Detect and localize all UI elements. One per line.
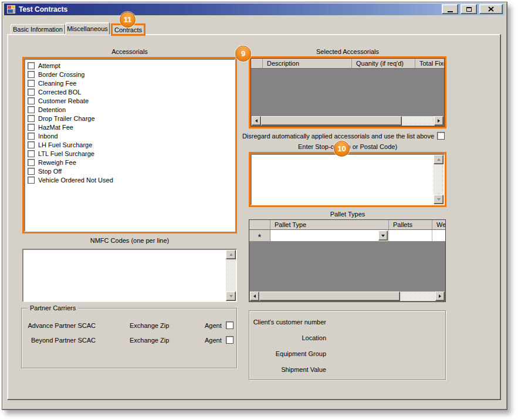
checkbox[interactable] — [28, 97, 35, 104]
horizontal-scrollbar[interactable] — [250, 292, 445, 301]
scrollbar-thumb[interactable] — [261, 116, 402, 126]
column-header-pallet-type[interactable]: Pallet Type — [270, 220, 389, 229]
scrollbar-track[interactable] — [400, 292, 435, 301]
accessorials-checklist[interactable]: Attempt Border Crossing Cleaning Fee Cor… — [24, 59, 235, 232]
checkbox[interactable] — [28, 168, 35, 175]
list-item[interactable]: Drop Trailer Charge — [25, 114, 235, 123]
tab-basic-information[interactable]: Basic Information — [11, 24, 65, 34]
list-item[interactable]: HazMat Fee — [25, 123, 235, 131]
scrollbar-track[interactable] — [226, 259, 236, 292]
checkbox[interactable] — [28, 150, 35, 157]
exchange-zip-label-1: Exchange Zip — [130, 322, 169, 329]
weight-cell[interactable] — [432, 230, 445, 241]
agent-checkbox-2[interactable] — [226, 336, 233, 344]
annotation-circle-9: 9 — [235, 46, 251, 62]
accessorials-label: Accessorials — [22, 48, 237, 55]
maximize-button[interactable] — [461, 4, 477, 14]
list-item[interactable]: LTL Fuel Surcharge — [25, 149, 235, 158]
list-item[interactable]: LH Fuel Surcharge — [25, 140, 235, 149]
scroll-right-button[interactable] — [434, 116, 443, 126]
screenshot-canvas: Test Contracts Basic Information Miscell… — [0, 0, 518, 420]
list-item[interactable]: Vehicle Ordered Not Used — [25, 175, 235, 184]
pallet-type-dropdown-button[interactable] — [378, 231, 388, 241]
horizontal-scrollbar[interactable] — [252, 116, 443, 126]
scroll-down-button[interactable] — [434, 195, 443, 204]
pallet-types-grid: Pallet Type Pallets We * — [249, 219, 446, 302]
list-item-label: Customer Rebate — [38, 97, 89, 104]
list-item[interactable]: Corrected BOL — [25, 87, 235, 96]
nmfc-textarea[interactable] — [22, 249, 237, 302]
disregard-label: Disregard automatically applied accessor… — [242, 133, 434, 140]
column-header-quantity[interactable]: Quanity (if req'd) — [352, 59, 415, 68]
annotation-box-stopoff — [249, 152, 446, 207]
stopoff-textarea[interactable] — [250, 154, 445, 205]
pallet-type-cell[interactable] — [270, 230, 389, 241]
beyond-partner-scac-label: Beyond Partner SCAC — [18, 337, 96, 344]
list-item[interactable]: Detention — [25, 105, 235, 114]
app-icon — [6, 5, 16, 14]
customer-number-label: Client's customer number — [249, 319, 326, 326]
tab-miscellaneous[interactable]: Miscellaneous — [65, 22, 110, 35]
close-button[interactable] — [479, 4, 503, 14]
scroll-left-icon — [253, 294, 256, 298]
agent-checkbox-1[interactable] — [226, 321, 233, 329]
column-header-pallets[interactable]: Pallets — [389, 220, 432, 229]
scroll-left-icon — [255, 119, 258, 123]
scroll-right-button[interactable] — [435, 292, 445, 301]
shipment-value-label: Shipment Value — [249, 366, 326, 373]
checkbox[interactable] — [28, 80, 35, 87]
new-row: * — [249, 230, 445, 242]
equipment-group-label: Equipment Group — [249, 350, 326, 357]
new-row-marker: * — [258, 232, 262, 242]
list-item-label: Drop Trailer Charge — [38, 115, 95, 122]
pallet-types-label: Pallet Types — [249, 211, 446, 218]
checkbox[interactable] — [28, 124, 35, 131]
exchange-zip-label-2: Exchange Zip — [130, 337, 169, 344]
column-header-total-fixed[interactable]: Total Fixe — [415, 59, 444, 68]
minimize-button[interactable] — [442, 4, 458, 14]
vertical-scrollbar[interactable] — [226, 250, 236, 301]
pallets-cell[interactable] — [389, 230, 432, 241]
list-item[interactable]: Reweigh Fee — [25, 158, 235, 167]
annotation-circle-11: 11 — [120, 12, 136, 28]
scroll-left-button[interactable] — [250, 292, 259, 301]
list-item-label: Cleaning Fee — [38, 80, 76, 87]
column-header-weight[interactable]: We — [432, 220, 445, 229]
list-item[interactable]: Inbond — [25, 131, 235, 140]
scrollbar-track[interactable] — [402, 116, 434, 126]
checkbox[interactable] — [28, 141, 35, 148]
checkbox[interactable] — [28, 177, 35, 184]
scrollbar-track[interactable] — [434, 164, 443, 195]
scroll-up-button[interactable] — [434, 155, 443, 164]
pallet-types-grid-wrap: Pallet Type Pallets We * — [249, 219, 446, 302]
list-item[interactable]: Customer Rebate — [25, 96, 235, 105]
checkbox[interactable] — [28, 89, 35, 96]
list-item[interactable]: Cleaning Fee — [25, 79, 235, 87]
selected-accessorials-grid: Description Quanity (if req'd) Total Fix… — [250, 58, 445, 127]
checkbox[interactable] — [28, 62, 35, 69]
advance-partner-scac-label: Advance Partner SCAC — [18, 322, 96, 329]
grid-header-row: Pallet Type Pallets We — [249, 220, 445, 230]
scrollbar-thumb[interactable] — [259, 292, 400, 301]
checkbox[interactable] — [28, 133, 35, 140]
list-item-label: Vehicle Ordered Not Used — [38, 177, 113, 184]
list-item[interactable]: Attempt — [25, 61, 235, 70]
disregard-checkbox[interactable] — [437, 132, 445, 140]
checkbox[interactable] — [28, 106, 35, 113]
scroll-left-button[interactable] — [252, 116, 261, 126]
column-header-description[interactable]: Description — [263, 59, 352, 68]
new-row-selector[interactable]: * — [249, 230, 270, 241]
checkbox[interactable] — [28, 71, 35, 78]
list-item-label: Corrected BOL — [38, 89, 81, 96]
title-bar[interactable]: Test Contracts — [4, 4, 505, 15]
list-item[interactable]: Stop Off — [25, 167, 235, 175]
scroll-down-button[interactable] — [226, 292, 236, 301]
checkbox[interactable] — [28, 159, 35, 166]
scroll-right-icon — [439, 294, 441, 298]
maximize-icon — [466, 7, 472, 12]
scroll-up-button[interactable] — [226, 250, 236, 259]
vertical-scrollbar[interactable] — [434, 155, 443, 204]
nmfc-label: NMFC Codes (one per line) — [22, 237, 237, 244]
checkbox[interactable] — [28, 115, 35, 122]
list-item[interactable]: Border Crossing — [25, 70, 235, 79]
